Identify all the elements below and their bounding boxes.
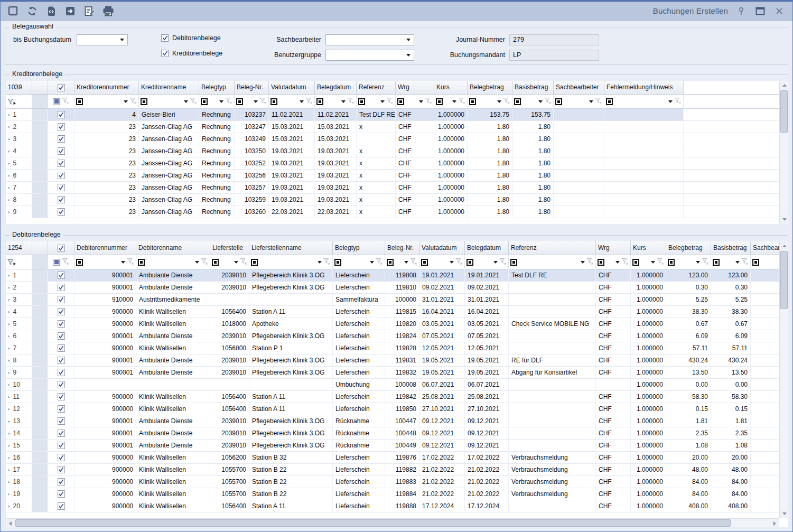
filter-dropdown-icon[interactable] (404, 261, 408, 264)
row-number[interactable]: ▸14 (6, 427, 32, 440)
clear-filter-icon[interactable] (702, 257, 709, 267)
row-checkbox-cell[interactable] (48, 452, 74, 464)
refresh-icon[interactable] (26, 5, 39, 17)
clear-filter-icon[interactable] (455, 257, 463, 267)
filter-dropdown-icon[interactable] (581, 261, 585, 264)
filter-dropdown-icon[interactable] (589, 100, 593, 103)
table-row[interactable]: ▸7900000Klinik Wallisellen1056800Station… (6, 342, 779, 354)
row-expand-icon[interactable]: ▸ (8, 136, 11, 142)
filter-cell[interactable] (199, 95, 235, 109)
row-checkbox[interactable] (58, 344, 65, 352)
filter-dropdown-icon[interactable] (234, 261, 238, 264)
filter-dropdown-icon[interactable] (651, 261, 655, 264)
row-checkbox-cell[interactable] (48, 121, 74, 133)
row-number[interactable]: ▸5 (6, 157, 32, 170)
column-header-belegtyp[interactable]: Belegtyp (333, 241, 385, 255)
clear-filter-icon[interactable] (499, 257, 507, 267)
filter-mode-icon[interactable] (76, 259, 83, 266)
filter-cell[interactable] (136, 255, 210, 269)
row-checkbox[interactable] (58, 393, 65, 400)
row-expand-icon[interactable]: ▸ (8, 148, 11, 154)
table-row[interactable]: ▸823Janssen-Cilag AGRechnung10325919.03.… (6, 194, 779, 206)
filter-selector-icon[interactable] (6, 255, 32, 269)
clear-filter-icon[interactable] (657, 257, 664, 267)
clear-filter-icon[interactable] (190, 97, 197, 106)
column-header-belegdatum[interactable]: Belegdatum (315, 81, 357, 95)
filter-mode-icon[interactable] (752, 259, 759, 266)
row-checkbox-cell[interactable] (48, 157, 74, 170)
table-row[interactable]: ▸13900001Ambulante Dienste2039010Pflegeb… (6, 415, 779, 427)
scroll-left-button[interactable] (6, 519, 15, 528)
column-header-basisbetrag[interactable]: Basisbetrag (711, 241, 751, 255)
filter-dropdown-icon[interactable] (121, 261, 125, 264)
row-checkbox[interactable] (58, 466, 65, 473)
filter-dropdown-icon[interactable] (735, 261, 740, 264)
table-row[interactable]: ▸15900001Ambulante Dienste2039010Pflegeb… (6, 440, 779, 452)
table-row[interactable]: ▸723Janssen-Cilag AGRechnung10325719.03.… (6, 182, 779, 194)
filter-dropdown-icon[interactable] (668, 100, 673, 103)
row-checkbox[interactable] (58, 430, 65, 437)
clear-filter-icon[interactable] (347, 97, 354, 106)
row-expand-icon[interactable]: ▸ (8, 333, 11, 339)
column-header-valutadatum[interactable]: Valutadatum (419, 241, 465, 255)
filter-cell[interactable] (396, 95, 434, 109)
row-number[interactable]: ▸4 (6, 145, 32, 157)
filter-mode-icon[interactable] (469, 98, 476, 105)
filter-dropdown-icon[interactable] (696, 261, 700, 264)
row-checkbox-cell[interactable] (48, 294, 74, 306)
table-row[interactable]: ▸8900001Ambulante Dienste2039010Pflegebe… (6, 354, 779, 367)
scroll-up-button[interactable] (780, 241, 789, 250)
clear-filter-icon[interactable] (129, 97, 137, 106)
table-row[interactable]: ▸623Janssen-Cilag AGRechnung10325619.03.… (6, 170, 779, 182)
filter-cell[interactable] (139, 95, 199, 109)
row-checkbox-cell[interactable] (48, 464, 74, 476)
filter-mode-icon[interactable] (632, 259, 639, 266)
row-checkbox-cell[interactable] (48, 145, 74, 157)
row-checkbox-cell[interactable] (48, 354, 74, 367)
column-header-beleg-nr-[interactable]: Beleg-Nr. (235, 81, 269, 95)
row-checkbox[interactable] (58, 184, 65, 191)
column-header-referenz[interactable]: Referenz (357, 81, 396, 95)
column-header-valutadatum[interactable]: Valutadatum (269, 81, 315, 95)
row-checkbox[interactable] (58, 208, 65, 216)
row-number[interactable]: ▸8 (6, 194, 32, 206)
scroll-down-button[interactable] (780, 215, 789, 224)
filter-dropdown-icon[interactable] (184, 100, 188, 103)
row-number[interactable]: ▸16 (6, 452, 32, 464)
filter-cell[interactable] (269, 95, 315, 109)
filter-cell[interactable] (315, 95, 357, 109)
filter-cell[interactable] (74, 255, 136, 269)
table-row[interactable]: ▸223Janssen-Cilag AGRechnung10324715.03.… (6, 121, 779, 133)
filter-mode-icon[interactable] (236, 98, 243, 105)
row-expand-icon[interactable]: ▸ (8, 112, 11, 117)
benutzergruppe-combo[interactable] (325, 50, 414, 61)
row-number[interactable]: ▸17 (6, 464, 32, 476)
column-header-wrg[interactable]: Wrg (396, 81, 434, 95)
column-header-kurs[interactable]: Kurs (631, 241, 666, 255)
row-number[interactable]: ▸18 (6, 476, 32, 488)
filter-dropdown-icon[interactable] (341, 100, 346, 103)
row-number[interactable]: ▸3 (6, 294, 32, 306)
row-checkbox-cell[interactable] (48, 182, 74, 194)
filter-cell[interactable] (465, 255, 509, 269)
row-expand-icon[interactable]: ▸ (8, 358, 11, 363)
filter-cell[interactable] (249, 255, 333, 269)
row-checkbox[interactable] (58, 369, 65, 376)
row-number[interactable]: ▸7 (6, 342, 32, 354)
row-number[interactable]: ▸8 (6, 354, 32, 367)
row-checkbox-cell[interactable] (48, 476, 74, 488)
row-expand-icon[interactable]: ▸ (8, 382, 11, 387)
table-row[interactable]: ▸523Janssen-Cilag AGRechnung10325219.03.… (6, 157, 779, 170)
column-header-lieferstelle[interactable]: Lieferstelle (210, 241, 249, 255)
row-number[interactable]: ▸3 (6, 133, 32, 145)
table-row[interactable]: ▸923Janssen-Cilag AGRechnung10326022.03.… (6, 206, 779, 218)
clear-filter-icon[interactable] (127, 257, 134, 267)
clear-filter-icon[interactable] (586, 257, 594, 267)
row-checkbox-cell[interactable] (48, 109, 74, 121)
filter-dropdown-icon[interactable] (615, 261, 620, 264)
row-checkbox[interactable] (58, 357, 65, 364)
row-expand-icon[interactable]: ▸ (8, 394, 11, 399)
row-checkbox-cell[interactable] (48, 379, 74, 391)
filter-mode-icon[interactable] (421, 259, 428, 266)
filter-cell[interactable] (419, 255, 465, 269)
